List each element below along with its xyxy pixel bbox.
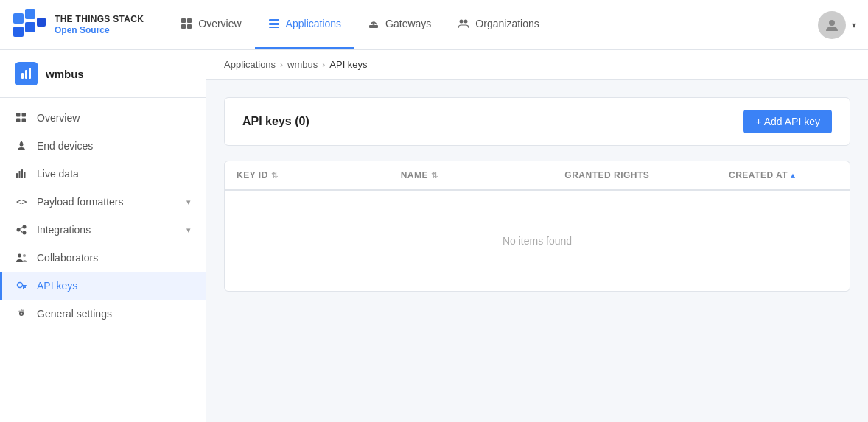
sidebar-item-api-keys[interactable]: API keys <box>0 272 206 300</box>
sidebar-label-end-devices: End devices <box>37 140 191 152</box>
nav-label-organizations: Organizations <box>475 18 539 29</box>
sidebar-label-general-settings: General settings <box>37 308 191 320</box>
sidebar-collaborators-icon <box>15 251 28 264</box>
svg-rect-38 <box>22 285 27 286</box>
sidebar-end-devices-icon <box>15 139 28 152</box>
sidebar-item-overview[interactable]: Overview <box>0 104 206 132</box>
logo-subtitle: Open Source <box>55 25 144 35</box>
logo-text: THE THINGS STACK Open Source <box>55 14 144 35</box>
svg-point-36 <box>23 254 26 257</box>
page-content: API keys (0) + Add API key Key ID ⇅ Name… <box>206 80 868 309</box>
sidebar: wmbus Overview <box>0 50 206 422</box>
svg-rect-39 <box>24 286 26 288</box>
svg-rect-5 <box>181 18 186 23</box>
nav-item-overview[interactable]: Overview <box>167 0 254 49</box>
svg-rect-9 <box>269 19 279 21</box>
sidebar-nav: Overview End devices <box>0 98 206 334</box>
svg-rect-18 <box>25 70 27 79</box>
svg-rect-40 <box>23 286 24 289</box>
breadcrumb-applications[interactable]: Applications <box>224 59 276 70</box>
svg-line-34 <box>21 231 23 233</box>
main-content: Applications › wmbus › API keys API keys… <box>206 50 868 422</box>
sidebar-label-overview: Overview <box>37 112 191 124</box>
nav-label-gateways: Gateways <box>385 18 431 29</box>
nav-items: Overview Applications Gateways <box>167 0 818 49</box>
svg-point-30 <box>17 228 21 232</box>
col-key-id[interactable]: Key ID ⇅ <box>225 161 389 189</box>
nav-item-applications[interactable]: Applications <box>255 0 355 49</box>
sidebar-label-integrations: Integrations <box>37 224 178 236</box>
svg-text:<>: <> <box>16 197 27 207</box>
breadcrumb-sep-1: › <box>280 60 283 70</box>
table-empty-state: No items found <box>225 191 850 291</box>
nav-label-overview: Overview <box>198 18 241 29</box>
svg-rect-10 <box>269 23 279 25</box>
sort-key-id-icon: ⇅ <box>271 171 279 180</box>
logo-icon <box>12 7 47 43</box>
sidebar-api-keys-icon <box>15 279 28 292</box>
breadcrumb-sep-2: › <box>322 60 325 70</box>
sidebar-app-name: wmbus <box>46 68 84 80</box>
integrations-chevron: ▾ <box>186 225 191 235</box>
svg-rect-22 <box>16 119 21 123</box>
nav-item-gateways[interactable]: Gateways <box>354 0 444 49</box>
sort-created-at-icon: ▴ <box>791 171 796 180</box>
sidebar-item-end-devices[interactable]: End devices <box>0 132 206 160</box>
sidebar-item-live-data[interactable]: Live data <box>0 160 206 188</box>
svg-rect-20 <box>16 113 21 117</box>
svg-rect-21 <box>22 113 27 117</box>
gateway-icon <box>368 18 379 29</box>
user-menu: ▾ <box>818 11 856 39</box>
svg-point-15 <box>464 20 468 24</box>
user-avatar[interactable] <box>818 11 846 39</box>
svg-rect-7 <box>181 24 186 29</box>
sidebar-live-data-icon <box>15 167 28 180</box>
col-created-at[interactable]: Created at ▴ <box>717 161 850 189</box>
sidebar-header: wmbus <box>0 50 206 98</box>
main-layout: wmbus Overview <box>0 50 868 422</box>
col-name[interactable]: Name ⇅ <box>389 161 553 189</box>
svg-point-14 <box>460 20 463 24</box>
sidebar-item-integrations[interactable]: Integrations ▾ <box>0 216 206 244</box>
sidebar-label-api-keys: API keys <box>37 280 191 292</box>
svg-point-13 <box>373 24 374 25</box>
svg-rect-4 <box>37 18 46 27</box>
sidebar-label-payload-formatters: Payload formatters <box>37 196 178 208</box>
svg-rect-12 <box>369 25 378 28</box>
logo-link[interactable]: THE THINGS STACK Open Source <box>12 7 144 43</box>
logo-title: THE THINGS STACK <box>55 14 144 24</box>
sidebar-label-live-data: Live data <box>37 168 191 180</box>
breadcrumb: Applications › wmbus › API keys <box>206 50 868 80</box>
breadcrumb-api-keys: API keys <box>329 59 367 70</box>
svg-rect-27 <box>21 169 23 178</box>
breadcrumb-wmbus[interactable]: wmbus <box>287 59 318 70</box>
nav-item-organizations[interactable]: Organizations <box>444 0 552 49</box>
svg-point-35 <box>18 254 21 258</box>
sidebar-item-collaborators[interactable]: Collaborators <box>0 244 206 272</box>
user-menu-chevron[interactable]: ▾ <box>852 20 856 30</box>
svg-rect-19 <box>29 68 31 79</box>
svg-point-32 <box>23 231 27 235</box>
page-header: API keys (0) + Add API key <box>224 97 850 146</box>
add-api-key-button[interactable]: + Add API key <box>743 110 832 133</box>
payload-formatters-chevron: ▾ <box>186 197 191 207</box>
svg-rect-2 <box>13 27 24 37</box>
sort-name-icon: ⇅ <box>431 171 438 180</box>
sidebar-general-settings-icon <box>15 307 28 320</box>
apps-icon <box>268 18 280 29</box>
app-chart-icon <box>20 67 33 80</box>
api-keys-table: Key ID ⇅ Name ⇅ Granted Rights Created a… <box>224 161 850 292</box>
svg-point-16 <box>829 20 835 26</box>
nav-label-applications: Applications <box>286 18 342 29</box>
svg-rect-26 <box>19 171 21 178</box>
sidebar-item-payload-formatters[interactable]: <> Payload formatters ▾ <box>0 188 206 216</box>
svg-point-31 <box>23 225 27 229</box>
svg-rect-1 <box>25 9 35 19</box>
svg-rect-8 <box>187 24 192 29</box>
sidebar-label-collaborators: Collaborators <box>37 252 191 264</box>
table-header: Key ID ⇅ Name ⇅ Granted Rights Created a… <box>225 161 850 191</box>
col-granted-rights: Granted Rights <box>553 161 717 189</box>
sidebar-item-general-settings[interactable]: General settings <box>0 300 206 328</box>
svg-rect-28 <box>24 172 26 178</box>
svg-point-37 <box>18 283 23 288</box>
